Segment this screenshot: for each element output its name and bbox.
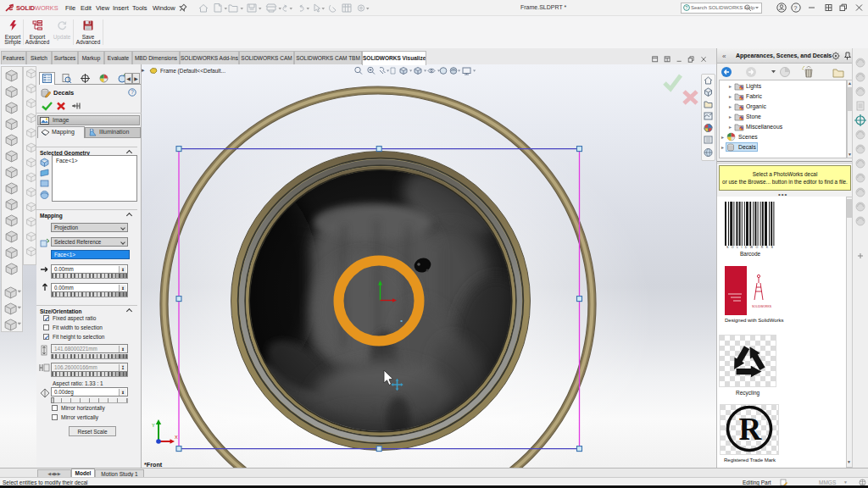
svg-text:?: ? (131, 89, 134, 95)
svg-text:X: X (175, 435, 178, 440)
svg-text:R: R (739, 412, 763, 446)
svg-text:?: ? (685, 5, 687, 10)
svg-text:SOLIDWORKS: SOLIDWORKS (752, 305, 772, 308)
svg-text:SOLIDWORKS: SOLIDWORKS (726, 246, 776, 248)
svg-text:SOLIDWORKS: SOLIDWORKS (16, 4, 58, 12)
svg-text:Y: Y (152, 423, 155, 428)
svg-text:?: ? (793, 4, 797, 12)
svg-text:*Front: *Front (144, 461, 163, 468)
